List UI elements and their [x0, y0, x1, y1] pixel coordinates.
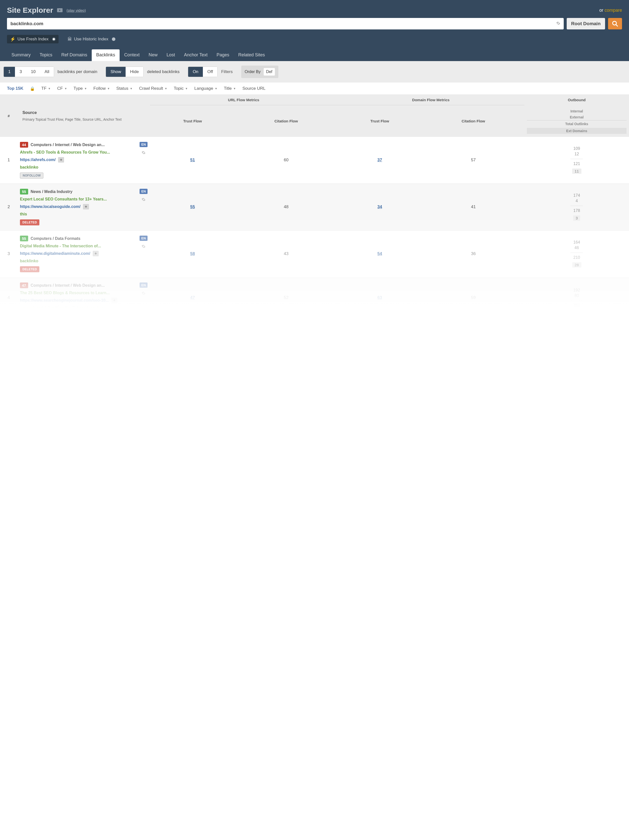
source-cell: 47Computers / Internet / Web Design an..…: [17, 277, 137, 318]
gear-icon[interactable]: [553, 21, 564, 26]
colfilter-status[interactable]: Status ▼: [117, 86, 132, 91]
expand-button[interactable]: +: [58, 157, 64, 163]
compare-link[interactable]: compare: [605, 8, 622, 13]
tab-related-sites[interactable]: Related Sites: [234, 49, 270, 61]
url-trust-flow[interactable]: 58: [150, 231, 235, 277]
colfilter-source-url[interactable]: Source URL: [243, 86, 266, 91]
domain-trust-flow[interactable]: 37: [337, 137, 422, 184]
per-domain-segment: 1310All: [3, 66, 54, 77]
on-off-segment: On Off: [188, 66, 218, 77]
topic-text: News / Media Industry: [31, 189, 73, 194]
fresh-index-option[interactable]: ⚡ Use Fresh Index: [7, 35, 58, 43]
on-button[interactable]: On: [188, 67, 203, 77]
video-icon[interactable]: [57, 8, 63, 12]
expand-button[interactable]: +: [111, 298, 117, 303]
anchor-text[interactable]: this: [20, 212, 134, 216]
colfilter-tf[interactable]: TF ▼: [41, 86, 51, 91]
domain-citation-flow: 59: [422, 277, 524, 318]
top15k-link[interactable]: Top 15K: [7, 86, 24, 91]
expand-button[interactable]: +: [93, 251, 99, 256]
play-video-link[interactable]: (play video): [66, 8, 86, 13]
gear-icon[interactable]: [142, 198, 145, 202]
column-filter-bar: Top 15K 🔒 TF ▼CF ▼Type ▼Follow ▼Status ▼…: [0, 82, 629, 95]
table-container: # Source Primary Topical Trust Flow, Pag…: [0, 95, 629, 318]
page-title-text[interactable]: Ahrefs - SEO Tools & Resources To Grow Y…: [20, 150, 134, 155]
col-d-cf[interactable]: Citation Flow: [422, 105, 524, 137]
page-title-text[interactable]: The 25 Best SEO Blogs & Resources to Lea…: [20, 291, 134, 295]
anchor-text[interactable]: we analyzed 1.3 million YouTube videos. …: [20, 306, 134, 310]
per-domain-all[interactable]: All: [40, 67, 54, 77]
source-url-link[interactable]: https://www.localseoguide.com/: [20, 204, 80, 209]
search-button[interactable]: [608, 18, 622, 29]
deleted-label: deleted backlinks: [143, 67, 183, 77]
per-domain-1[interactable]: 1: [4, 67, 15, 77]
colfilter-title[interactable]: Title ▼: [224, 86, 236, 91]
show-button[interactable]: Show: [106, 67, 126, 77]
colfilter-type[interactable]: Type ▼: [74, 86, 87, 91]
source-cell: 55Computers / Data Formats Digital Media…: [17, 231, 137, 277]
row-index: 2: [0, 183, 17, 231]
col-u-tf[interactable]: Trust Flow: [150, 105, 235, 137]
col-u-cf[interactable]: Citation Flow: [235, 105, 337, 137]
show-hide-segment: Show Hide: [106, 66, 143, 77]
header: Site Explorer (play video) or compare Ro…: [0, 0, 629, 61]
url-trust-flow[interactable]: 47: [150, 277, 235, 318]
domain-citation-flow: 41: [422, 183, 524, 231]
per-domain-3[interactable]: 3: [15, 67, 26, 77]
tab-pages[interactable]: Pages: [212, 49, 234, 61]
anchor-text[interactable]: backlinko: [20, 165, 134, 169]
topic-text: Computers / Data Formats: [31, 236, 80, 241]
tab-anchor-text[interactable]: Anchor Text: [180, 49, 212, 61]
per-domain-10[interactable]: 10: [27, 67, 40, 77]
source-url-link[interactable]: https://www.searchenginejournal.com/seo-…: [20, 298, 109, 303]
page-title-text[interactable]: Expert Local SEO Consultants for 13+ Yea…: [20, 197, 134, 202]
col-source: Source Primary Topical Trust Flow, Page …: [17, 95, 137, 137]
hide-button[interactable]: Hide: [126, 67, 143, 77]
gear-icon[interactable]: [142, 151, 145, 155]
domain-trust-flow[interactable]: 34: [337, 183, 422, 231]
colfilter-cf[interactable]: CF ▼: [57, 86, 67, 91]
tab-backlinks[interactable]: Backlinks: [92, 49, 120, 61]
trust-badge: 55: [20, 189, 28, 194]
off-button[interactable]: Off: [203, 67, 217, 77]
tab-new[interactable]: New: [144, 49, 162, 61]
search-input[interactable]: [7, 18, 553, 29]
col-outbound: Outbound: [524, 95, 629, 105]
url-citation-flow: 48: [235, 183, 337, 231]
domain-trust-flow[interactable]: 54: [337, 231, 422, 277]
gear-icon[interactable]: [142, 245, 145, 249]
colfilter-language[interactable]: Language ▼: [194, 86, 218, 91]
colfilter-follow[interactable]: Follow ▼: [93, 86, 110, 91]
page-title-text[interactable]: Digital Media Minute - The Intersection …: [20, 244, 134, 248]
colfilter-crawl-result[interactable]: Crawl Result ▼: [139, 86, 167, 91]
filters-link[interactable]: Filters: [218, 67, 236, 77]
source-cell: 55News / Media Industry Expert Local SEO…: [17, 183, 137, 231]
link-tag: NOFOLLOW: [20, 172, 43, 178]
order-select[interactable]: Def: [264, 68, 275, 76]
source-url-link[interactable]: https://ahrefs.com/: [20, 158, 55, 162]
tab-summary[interactable]: Summary: [7, 49, 35, 61]
historic-index-option[interactable]: 🏛 Use Historic Index: [65, 35, 118, 43]
url-trust-flow[interactable]: 55: [150, 183, 235, 231]
tab-context[interactable]: Context: [120, 49, 144, 61]
source-cell: 44Computers / Internet / Web Design an..…: [17, 137, 137, 184]
tab-lost[interactable]: Lost: [162, 49, 180, 61]
scope-dropdown[interactable]: Root Domain: [567, 18, 605, 29]
expand-button[interactable]: +: [83, 204, 89, 210]
trust-badge: 44: [20, 142, 28, 148]
url-citation-flow: 60: [235, 137, 337, 184]
source-url-link[interactable]: https://www.digitalmediaminute.com/: [20, 251, 90, 256]
tab-ref-domains[interactable]: Ref Domains: [57, 49, 92, 61]
lang-badge: EN: [140, 189, 148, 194]
outbound-cell: 164 46 210 28: [524, 231, 629, 277]
url-trust-flow[interactable]: 51: [150, 137, 235, 184]
domain-trust-flow[interactable]: 63: [337, 277, 422, 318]
gear-icon[interactable]: [142, 292, 145, 296]
tab-topics[interactable]: Topics: [35, 49, 57, 61]
row-index: 1: [0, 137, 17, 184]
colfilter-topic[interactable]: Topic ▼: [174, 86, 188, 91]
col-d-tf[interactable]: Trust Flow: [337, 105, 422, 137]
anchor-text[interactable]: backlinko: [20, 259, 134, 263]
link-tag: DELETED: [20, 266, 39, 272]
page-title: Site Explorer: [7, 6, 53, 14]
